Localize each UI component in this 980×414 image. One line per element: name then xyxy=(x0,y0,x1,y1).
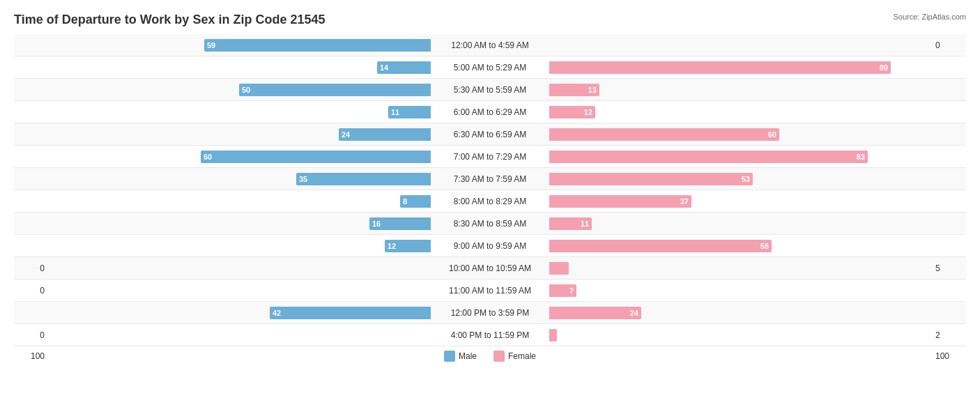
chart-row: 357:30 AM to 7:59 AM53 xyxy=(14,168,966,190)
male-bar-container xyxy=(47,328,431,343)
female-bar-container: 53 xyxy=(549,171,933,187)
chart-row: 5912:00 AM to 4:59 AM0 xyxy=(14,34,966,56)
male-outer-value: 0 xyxy=(14,263,47,273)
axis-row: 100 Male Female 100 xyxy=(14,351,966,362)
axis-min-label: 100 xyxy=(14,351,47,361)
male-bar-container: 14 xyxy=(47,60,431,75)
bars-section: 505:30 AM to 5:59 AM13 xyxy=(47,79,933,100)
female-bar-container: 12 xyxy=(549,105,933,120)
female-bar: 13 xyxy=(549,84,599,96)
male-bar: 50 xyxy=(239,84,431,96)
chart-row: 145:00 AM to 5:29 AM89 xyxy=(14,56,966,79)
time-range-label: 6:00 AM to 6:29 AM xyxy=(431,107,549,117)
male-bar-container: 60 xyxy=(47,149,431,164)
legend-male-label: Male xyxy=(459,351,477,361)
female-inside-value: 11 xyxy=(578,220,592,228)
male-outer-value: 0 xyxy=(14,330,47,340)
female-inside-value: 89 xyxy=(877,63,891,72)
female-bar: 24 xyxy=(549,307,641,319)
male-bar: 42 xyxy=(270,307,431,319)
female-inside-value: 60 xyxy=(765,130,779,139)
chart-row: 4212:00 PM to 3:59 PM24 xyxy=(14,302,966,324)
bars-section: 168:30 AM to 8:59 AM11 xyxy=(47,213,933,234)
chart-row: 88:00 AM to 8:29 AM37 xyxy=(14,190,966,213)
female-bar: 89 xyxy=(549,61,891,74)
male-bar-container: 16 xyxy=(47,216,431,231)
male-bar-container xyxy=(47,283,431,298)
chart-title: Time of Departure to Work by Sex in Zip … xyxy=(14,13,966,27)
male-inside-value: 50 xyxy=(239,86,253,94)
bars-section: 11:00 AM to 11:59 AM7 xyxy=(47,279,933,301)
male-inside-value: 16 xyxy=(369,220,383,228)
male-inside-value: 59 xyxy=(204,41,218,49)
male-bar: 59 xyxy=(204,39,431,52)
female-bar: 7 xyxy=(549,284,576,297)
chart-row: 129:00 AM to 9:59 AM58 xyxy=(14,235,966,257)
legend-female: Female xyxy=(493,351,536,362)
time-range-label: 4:00 PM to 11:59 PM xyxy=(431,330,549,340)
bars-section: 116:00 AM to 6:29 AM12 xyxy=(47,101,933,123)
time-range-label: 8:00 AM to 8:29 AM xyxy=(431,197,549,206)
bars-section: 357:30 AM to 7:59 AM53 xyxy=(47,168,933,190)
male-bar-container: 35 xyxy=(47,171,431,187)
chart-row: 010:00 AM to 10:59 AM5 xyxy=(14,257,966,279)
female-bar-container: 13 xyxy=(549,82,933,98)
male-bar-container xyxy=(47,261,431,276)
time-range-label: 7:00 AM to 7:29 AM xyxy=(431,152,549,162)
legend-male-box xyxy=(444,351,455,362)
chart-area: 5912:00 AM to 4:59 AM0145:00 AM to 5:29 … xyxy=(14,34,966,346)
male-inside-value: 42 xyxy=(270,309,284,317)
female-bar: 11 xyxy=(549,217,592,230)
male-bar-container: 59 xyxy=(47,38,431,53)
female-bar-container xyxy=(549,261,933,276)
female-inside-value: 53 xyxy=(739,175,753,183)
bars-section: 145:00 AM to 5:29 AM89 xyxy=(47,56,933,78)
female-inside-value: 37 xyxy=(677,197,691,206)
time-range-label: 5:00 AM to 5:29 AM xyxy=(431,63,549,72)
female-bar: 83 xyxy=(549,151,868,163)
time-range-label: 9:00 AM to 9:59 AM xyxy=(431,241,549,251)
male-bar: 14 xyxy=(377,61,431,74)
male-inside-value: 8 xyxy=(400,197,410,206)
bars-section: 129:00 AM to 9:59 AM58 xyxy=(47,235,933,256)
axis-max-label: 100 xyxy=(933,351,966,361)
female-bar-container: 83 xyxy=(549,149,933,164)
male-bar-container: 24 xyxy=(47,127,431,142)
male-bar: 11 xyxy=(388,106,431,118)
bars-section: 246:30 AM to 6:59 AM60 xyxy=(47,123,933,145)
time-range-label: 12:00 AM to 4:59 AM xyxy=(431,40,549,50)
bars-section: 10:00 AM to 10:59 AM xyxy=(47,257,933,279)
chart-row: 607:00 AM to 7:29 AM83 xyxy=(14,146,966,168)
time-range-label: 6:30 AM to 6:59 AM xyxy=(431,130,549,139)
female-bar: 37 xyxy=(549,195,691,208)
male-bar-container: 42 xyxy=(47,305,431,321)
female-bar-container: 58 xyxy=(549,238,933,254)
legend-female-box xyxy=(493,351,505,362)
female-outer-value: 2 xyxy=(933,330,966,340)
time-range-label: 10:00 AM to 10:59 AM xyxy=(431,263,549,273)
female-bar-container xyxy=(549,328,933,343)
male-bar: 8 xyxy=(400,195,431,208)
legend-female-label: Female xyxy=(508,351,536,361)
time-range-label: 12:00 PM to 3:59 PM xyxy=(431,308,549,318)
male-inside-value: 14 xyxy=(377,63,391,72)
male-inside-value: 12 xyxy=(385,242,399,250)
time-range-label: 8:30 AM to 8:59 AM xyxy=(431,219,549,229)
female-bar-container: 37 xyxy=(549,194,933,209)
male-inside-value: 24 xyxy=(339,130,353,139)
bars-section: 4212:00 PM to 3:59 PM24 xyxy=(47,302,933,323)
bars-section: 607:00 AM to 7:29 AM83 xyxy=(47,146,933,167)
female-inside-value: 58 xyxy=(758,242,772,250)
chart-row: 168:30 AM to 8:59 AM11 xyxy=(14,213,966,235)
chart-row: 116:00 AM to 6:29 AM12 xyxy=(14,101,966,123)
chart-container: Time of Departure to Work by Sex in Zip … xyxy=(0,0,980,414)
female-bar xyxy=(549,262,569,275)
female-bar-container: 7 xyxy=(549,283,933,298)
female-outer-value: 5 xyxy=(933,263,966,273)
female-bar-container xyxy=(549,38,933,53)
female-bar-container: 24 xyxy=(549,305,933,321)
male-inside-value: 35 xyxy=(296,175,310,183)
chart-row: 246:30 AM to 6:59 AM60 xyxy=(14,123,966,146)
male-bar-container: 11 xyxy=(47,105,431,120)
male-bar-container: 12 xyxy=(47,238,431,254)
